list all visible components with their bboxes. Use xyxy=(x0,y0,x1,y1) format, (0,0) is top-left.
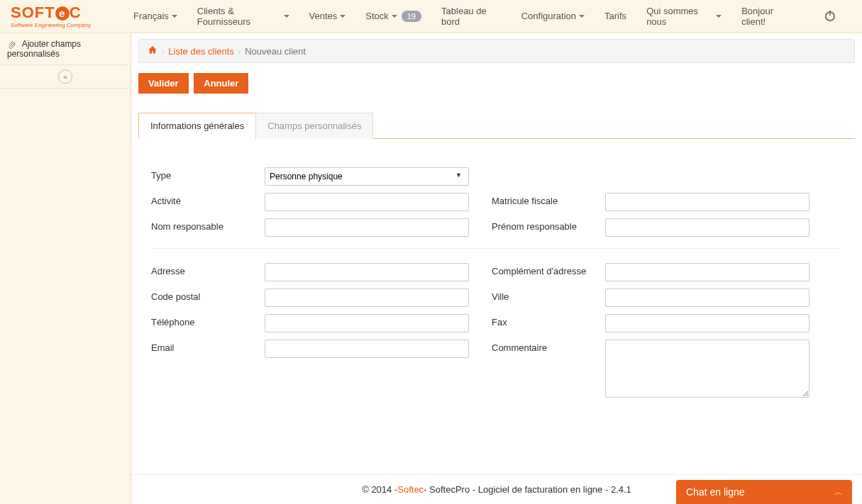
label-commentaire: Commentaire xyxy=(492,340,605,353)
logout-button[interactable] xyxy=(805,0,855,33)
home-icon[interactable] xyxy=(148,45,158,57)
tab-general[interactable]: Informations générales xyxy=(138,113,256,139)
nav-dashboard[interactable]: Tableau de bord xyxy=(431,0,512,33)
validate-button[interactable]: Valider xyxy=(138,73,189,94)
label-nom-resp: Nom responsable xyxy=(151,218,265,232)
nav-clients[interactable]: Clients & Fournisseurs xyxy=(187,0,299,33)
breadcrumb-current: Nouveau client xyxy=(245,46,306,57)
power-icon xyxy=(825,11,835,21)
type-select[interactable]: Personne physique xyxy=(265,167,469,186)
sidebar-collapse-button[interactable]: « xyxy=(58,69,72,84)
label-cp: Code postal xyxy=(151,289,265,302)
caret-icon xyxy=(284,15,289,18)
label-adresse: Adresse xyxy=(151,263,265,276)
breadcrumb: › Liste des clients › Nouveau client xyxy=(138,39,855,63)
label-fax: Fax xyxy=(492,314,605,327)
caret-icon xyxy=(579,15,585,18)
commentaire-textarea[interactable] xyxy=(605,340,809,398)
footer-copyright-pre: © 2014 - xyxy=(362,484,397,495)
adresse-input[interactable] xyxy=(265,263,469,281)
sidebar: Ajouter champs personnalisés « xyxy=(0,33,131,504)
complement-adresse-input[interactable] xyxy=(605,263,809,281)
label-email: Email xyxy=(151,340,265,353)
cancel-button[interactable]: Annuler xyxy=(194,73,248,94)
caret-icon xyxy=(172,15,177,18)
breadcrumb-link-clients[interactable]: Liste des clients xyxy=(168,46,234,57)
label-activite: Activité xyxy=(151,193,265,206)
action-bar: Valider Annuler xyxy=(138,73,855,94)
matricule-input[interactable] xyxy=(605,193,809,211)
sidebar-item-label: Ajouter champs personnalisés xyxy=(7,39,81,59)
nom-responsable-input[interactable] xyxy=(265,218,469,237)
fax-input[interactable] xyxy=(605,314,809,332)
topbar: SOFTeC Software Engineering Company Fran… xyxy=(0,0,862,33)
footer-softec-link[interactable]: Softec xyxy=(397,484,424,495)
footer-rest: - SoftecPro - Logiciel de facturation en… xyxy=(424,484,631,495)
label-complement: Complément d'adresse xyxy=(492,263,605,276)
divider xyxy=(151,248,842,249)
label-matricule: Matricule fiscale xyxy=(492,193,605,206)
email-input[interactable] xyxy=(265,340,469,358)
nav-language[interactable]: Français xyxy=(123,0,187,33)
activite-input[interactable] xyxy=(265,193,469,211)
caret-icon xyxy=(340,15,346,18)
label-type: Type xyxy=(151,167,265,181)
nav-configuration[interactable]: Configuration xyxy=(512,0,595,33)
label-prenom-resp: Prénom responsable xyxy=(492,218,605,232)
nav-stock[interactable]: Stock19 xyxy=(355,0,431,33)
caret-icon xyxy=(392,15,397,18)
chat-widget[interactable]: Chat en ligne ︿ xyxy=(676,480,852,504)
chevron-right-icon: › xyxy=(238,47,241,55)
caret-icon xyxy=(716,15,722,18)
telephone-input[interactable] xyxy=(265,314,469,332)
ville-input[interactable] xyxy=(605,289,809,307)
label-telephone: Téléphone xyxy=(151,314,265,327)
sidebar-add-custom-fields[interactable]: Ajouter champs personnalisés xyxy=(0,33,131,65)
stock-badge: 19 xyxy=(402,11,421,22)
form: Type Personne physique Activité xyxy=(138,139,855,420)
main-content: › Liste des clients › Nouveau client Val… xyxy=(131,33,862,504)
chat-label: Chat en ligne xyxy=(686,486,745,498)
tab-custom[interactable]: Champs personnalisés xyxy=(255,113,373,139)
prenom-responsable-input[interactable] xyxy=(605,218,809,237)
tabs: Informations générales Champs personnali… xyxy=(138,112,855,139)
chevron-up-icon: ︿ xyxy=(834,487,842,498)
nav-greeting[interactable]: Bonjour client! xyxy=(731,0,805,33)
logo-subtitle: Software Engineering Company xyxy=(11,22,123,28)
code-postal-input[interactable] xyxy=(265,289,469,307)
nav-menu: Français Clients & Fournisseurs Ventes S… xyxy=(123,0,731,33)
nav-about[interactable]: Qui sommes nous xyxy=(636,0,731,33)
nav-right: Bonjour client! xyxy=(731,0,855,33)
label-ville: Ville xyxy=(492,289,605,302)
nav-tarifs[interactable]: Tarifs xyxy=(595,0,636,33)
nav-ventes[interactable]: Ventes xyxy=(299,0,356,33)
chevron-right-icon: › xyxy=(162,47,164,55)
logo[interactable]: SOFTeC Software Engineering Company xyxy=(7,4,123,28)
paperclip-icon xyxy=(7,40,16,49)
